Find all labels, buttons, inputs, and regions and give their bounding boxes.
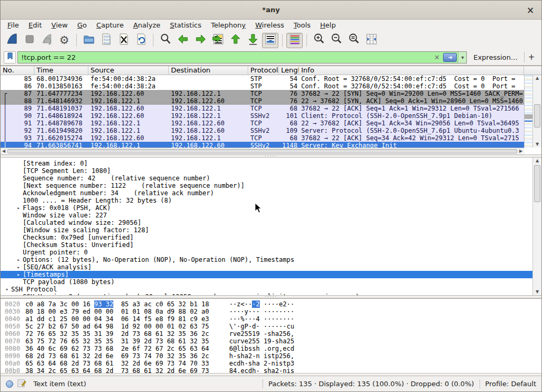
- detail-line[interactable]: [Window size scaling factor: 128]: [1, 226, 532, 234]
- expand-arrow-icon[interactable]: ▸: [14, 204, 23, 212]
- auto-scroll-button[interactable]: [262, 33, 278, 48]
- zoom-original-button[interactable]: [346, 33, 362, 48]
- detail-line[interactable]: [Calculated window size: 29056]: [1, 219, 532, 226]
- expand-arrow-icon[interactable]: ▸: [14, 293, 23, 295]
- scroll-up-icon[interactable]: ▲: [536, 158, 539, 164]
- menu-help[interactable]: Help: [315, 20, 341, 30]
- scroll-right-icon[interactable]: ▶: [518, 148, 524, 154]
- reload-file-button[interactable]: [133, 33, 149, 48]
- scroll-down-icon[interactable]: ▼: [536, 289, 539, 295]
- capture-options-button[interactable]: ⚙: [56, 33, 73, 48]
- hex-row-0060[interactable]: 006072 76 65 32 35 35 31 39 2d 73 68 61 …: [1, 330, 541, 338]
- go-back-button[interactable]: [175, 33, 191, 48]
- detail-line[interactable]: ▾SSH Protocol: [1, 286, 532, 293]
- profile-button[interactable]: Profile: Default: [485, 380, 541, 388]
- hex-row-0080[interactable]: 008036 40 6c 69 62 73 73 68 2e 6f 72 67 …: [1, 345, 541, 352]
- add-filter-button[interactable]: +: [525, 52, 538, 62]
- stop-capture-button[interactable]: [21, 33, 38, 48]
- restart-capture-button[interactable]: [39, 33, 55, 48]
- menu-analyze[interactable]: Analyze: [129, 20, 165, 30]
- detail-line[interactable]: Acknowledgment number: 34 (relative ack …: [1, 189, 532, 197]
- detail-line[interactable]: [Checksum Status: Unverified]: [1, 241, 532, 249]
- close-file-button[interactable]: [115, 33, 132, 48]
- hex-row-0040[interactable]: 0040a1 dd c1 25 00 00 04 34 06 14 f5 e8 …: [1, 315, 541, 323]
- packet-row-93[interactable]: │9371.662015274192.168.122.60192.168.122…: [1, 134, 524, 142]
- menu-edit[interactable]: Edit: [24, 20, 47, 30]
- hex-row-0050[interactable]: 00505c 27 b2 67 50 ad 64 98 1d 92 00 00 …: [1, 323, 541, 330]
- filter-bookmark-button[interactable]: [4, 51, 16, 63]
- column-header-protocol[interactable]: Protocol: [248, 66, 279, 75]
- hex-row-0020[interactable]: 0020c0 a8 7a 3c 00 16 93 32 85 a3 ac c0 …: [1, 300, 541, 308]
- column-header-length[interactable]: Length: [279, 66, 299, 75]
- go-to-top-button[interactable]: [227, 33, 243, 48]
- resize-columns-button[interactable]: [363, 33, 380, 48]
- detail-line[interactable]: ▸[Timestamps]: [1, 271, 532, 278]
- packet-row-87[interactable]: ┌8771.647777234192.168.122.60192.168.122…: [1, 90, 524, 97]
- detail-line[interactable]: Checksum: 0x79ed [unverified]: [1, 234, 532, 241]
- detail-line[interactable]: ▸SSH Version 2 (encryption:chacha20-poly…: [1, 293, 532, 295]
- scroll-left-icon[interactable]: ◀: [1, 148, 7, 154]
- menu-capture[interactable]: Capture: [92, 20, 129, 30]
- find-packet-button[interactable]: [157, 33, 174, 48]
- hex-row-0030[interactable]: 003080 18 00 e3 79 ed 00 00 01 01 08 0a …: [1, 308, 541, 315]
- start-capture-button[interactable]: [4, 33, 20, 48]
- scroll-thumb[interactable]: [534, 165, 540, 202]
- detail-line[interactable]: Sequence number: 42 (relative sequence n…: [1, 175, 532, 182]
- column-header-no[interactable]: No.: [1, 66, 34, 75]
- scroll-up-icon[interactable]: ▲: [536, 75, 539, 81]
- menu-file[interactable]: File: [3, 20, 24, 30]
- detail-line[interactable]: TCP payload (1080 bytes): [1, 278, 532, 286]
- open-file-button[interactable]: [80, 33, 97, 48]
- filter-clear-icon[interactable]: ✕: [431, 53, 442, 61]
- go-forward-button[interactable]: [192, 33, 209, 48]
- intelligent-scrollbar-minimap[interactable]: [524, 75, 532, 148]
- packet-row-90[interactable]: │9071.648618924192.168.122.60192.168.122…: [1, 112, 524, 120]
- expand-arrow-icon[interactable]: ▸: [14, 271, 23, 278]
- colorize-packets-button[interactable]: [286, 33, 303, 48]
- packet-row-94[interactable]: │9471.663856741192.168.122.1192.168.122.…: [1, 142, 524, 148]
- detail-line[interactable]: ▸[SEQ/ACK analysis]: [1, 263, 532, 271]
- save-file-button[interactable]: 010101100111: [98, 33, 114, 48]
- zoom-out-button[interactable]: [328, 33, 345, 48]
- packet-row-88[interactable]: │8871.648146932192.168.122.1192.168.122.…: [1, 97, 524, 105]
- packet-row-91[interactable]: │9171.648789678192.168.122.1192.168.122.…: [1, 120, 524, 127]
- filter-apply-button[interactable]: ➜: [443, 53, 457, 62]
- expert-info-icon[interactable]: [6, 380, 13, 388]
- detail-line[interactable]: [Stream index: 0]: [1, 160, 532, 167]
- expand-arrow-icon[interactable]: ▸: [14, 256, 23, 263]
- column-header-source[interactable]: Source: [88, 66, 169, 75]
- menu-statistics[interactable]: Statistics: [165, 20, 206, 30]
- packet-row-92[interactable]: │9271.661949820192.168.122.1192.168.122.…: [1, 127, 524, 134]
- column-header-time[interactable]: Time: [34, 66, 88, 75]
- column-header-destination[interactable]: Destination: [169, 66, 248, 75]
- hex-row-0070[interactable]: 007063 75 72 76 65 32 35 35 31 39 2d 73 …: [1, 338, 541, 345]
- menu-wireless[interactable]: Wireless: [250, 20, 288, 30]
- menu-tools[interactable]: Tools: [289, 20, 315, 30]
- detail-line[interactable]: [TCP Segment Len: 1080]: [1, 167, 532, 175]
- detail-line[interactable]: ▸Flags: 0x018 (PSH, ACK): [1, 204, 532, 212]
- packet-bytes-pane[interactable]: 0020c0 a8 7a 3c 00 16 93 32 85 a3 ac c0 …: [1, 298, 541, 373]
- scroll-thumb[interactable]: [534, 104, 540, 127]
- packet-row-86[interactable]: 8670.013850163fe:54:00:d4:38:2aSTP54Conf…: [1, 83, 524, 90]
- detail-line[interactable]: Window size value: 227: [1, 212, 532, 219]
- hex-row-00b0[interactable]: 00b038 34 2c 65 63 64 68 2d 73 68 61 32 …: [1, 367, 541, 373]
- capture-comment-icon[interactable]: [17, 379, 26, 389]
- go-to-bottom-button[interactable]: [245, 33, 261, 48]
- expand-arrow-icon[interactable]: ▾: [3, 286, 11, 293]
- go-to-packet-button[interactable]: [210, 33, 226, 48]
- display-filter-input[interactable]: [18, 52, 431, 63]
- packet-row-89[interactable]: │8971.648191037192.168.122.60192.168.122…: [1, 105, 524, 112]
- detail-line[interactable]: 1000 .... = Header Length: 32 bytes (8): [1, 197, 532, 204]
- menu-go[interactable]: Go: [73, 20, 92, 30]
- expand-arrow-icon[interactable]: ▸: [14, 263, 23, 271]
- detail-line[interactable]: [Next sequence number: 1122 (relative se…: [1, 182, 532, 189]
- expression-button[interactable]: Expression…: [467, 53, 524, 61]
- hex-row-00a0[interactable]: 00a065 63 64 68 2d 73 68 61 32 2d 6e 69 …: [1, 360, 541, 367]
- scroll-thumb[interactable]: [7, 149, 517, 153]
- detail-line[interactable]: ▸Options: (12 bytes), No-Operation (NOP)…: [1, 256, 532, 263]
- menu-telephony[interactable]: Telephony: [206, 20, 250, 30]
- packet-list-vscrollbar[interactable]: ▲ ▼: [532, 75, 541, 148]
- packet-row-85[interactable]: 8568.001734936fe:54:00:d4:38:2aSTP54Conf…: [1, 75, 524, 83]
- scroll-down-icon[interactable]: ▼: [536, 141, 539, 148]
- details-vscrollbar[interactable]: ▲ ▼: [532, 158, 541, 295]
